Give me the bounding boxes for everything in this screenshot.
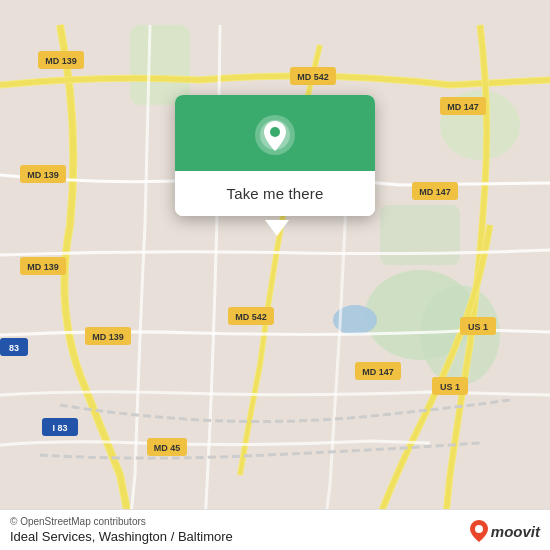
bottom-bar: © OpenStreetMap contributors Ideal Servi… (0, 509, 550, 550)
location-pin-icon (253, 113, 297, 157)
svg-text:US 1: US 1 (440, 382, 460, 392)
popup-card: Take me there (175, 95, 375, 216)
svg-text:MD 139: MD 139 (27, 262, 59, 272)
svg-text:MD 542: MD 542 (235, 312, 267, 322)
moovit-pin-icon (470, 520, 488, 542)
svg-text:83: 83 (9, 343, 19, 353)
svg-text:MD 139: MD 139 (92, 332, 124, 342)
popup-tail (265, 220, 289, 236)
svg-text:MD 139: MD 139 (27, 170, 59, 180)
svg-text:MD 139: MD 139 (45, 56, 77, 66)
svg-text:MD 147: MD 147 (447, 102, 479, 112)
location-label: Ideal Services, Washington / Baltimore (10, 529, 540, 544)
svg-point-37 (270, 127, 280, 137)
svg-text:US 1: US 1 (468, 322, 488, 332)
moovit-logo: moovit (470, 520, 540, 542)
popup-green-header (175, 95, 375, 171)
svg-text:MD 542: MD 542 (297, 72, 329, 82)
moovit-brand-text: moovit (491, 523, 540, 540)
take-me-there-button[interactable]: Take me there (175, 171, 375, 216)
svg-point-38 (475, 525, 483, 533)
osm-attribution: © OpenStreetMap contributors (10, 516, 540, 527)
svg-text:MD 45: MD 45 (154, 443, 181, 453)
svg-rect-3 (130, 25, 190, 105)
svg-text:MD 147: MD 147 (419, 187, 451, 197)
svg-text:I 83: I 83 (52, 423, 67, 433)
svg-text:MD 147: MD 147 (362, 367, 394, 377)
svg-rect-5 (380, 205, 460, 265)
map-container: MD 139 MD 139 MD 139 MD 139 MD 542 MD 54… (0, 0, 550, 550)
map-svg: MD 139 MD 139 MD 139 MD 139 MD 542 MD 54… (0, 0, 550, 550)
